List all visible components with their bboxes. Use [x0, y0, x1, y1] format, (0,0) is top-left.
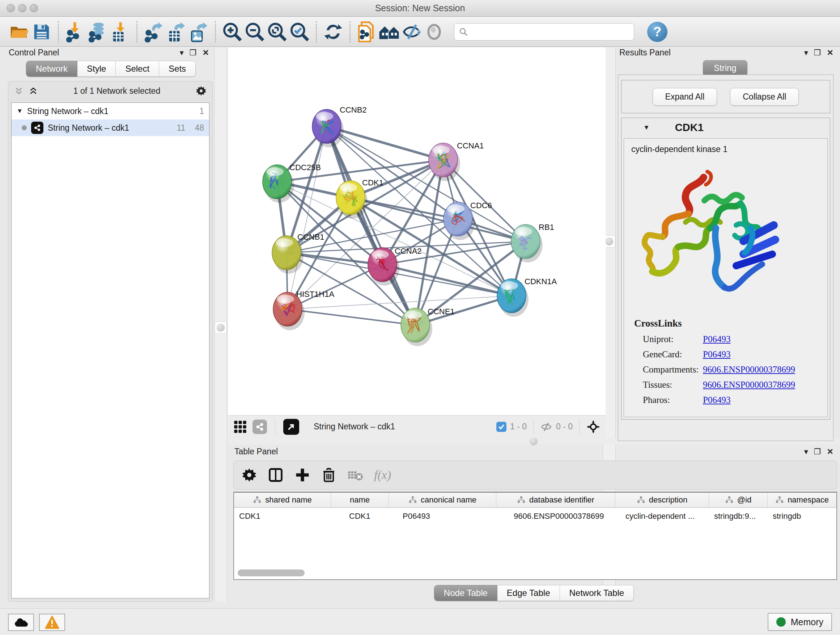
import-table-file-button[interactable]	[109, 21, 131, 43]
tab-network-table[interactable]: Network Table	[560, 585, 634, 601]
tab-network[interactable]: Network	[26, 61, 77, 77]
open-session-button[interactable]	[8, 21, 30, 43]
panel-close-icon[interactable]: ✕	[202, 48, 209, 57]
svg-text:HIST1H1A: HIST1H1A	[296, 290, 334, 299]
network-collection-row[interactable]: ▼ String Network – cdk1 1	[11, 103, 209, 119]
panel-menu-icon[interactable]: ▾	[804, 447, 808, 456]
cell-description[interactable]: cyclin-dependent ...	[615, 508, 709, 524]
open-in-new-view-button[interactable]	[283, 419, 299, 435]
zoom-out-icon	[245, 22, 265, 42]
network-view-badge-icon[interactable]	[253, 420, 267, 434]
gear-icon[interactable]	[196, 86, 207, 96]
network-row-selected[interactable]: String Network – cdk1 11 48	[11, 119, 209, 136]
cell-shared-name[interactable]: CDK1	[234, 508, 331, 524]
search-icon	[459, 27, 468, 36]
crosslink-link[interactable]: P06493	[703, 349, 730, 359]
string-network-graph[interactable]: CCNB2CCNA1CDC25BCDK1CDC6RB1CCNB1CCNA2CDK…	[228, 48, 606, 415]
export-table-button[interactable]	[165, 21, 187, 43]
delete-column-icon[interactable]	[321, 467, 336, 483]
toolbar-separator	[349, 21, 351, 42]
import-network-from-database-button[interactable]	[87, 21, 109, 43]
main-toolbar: ?	[0, 17, 840, 47]
help-button[interactable]: ?	[647, 22, 668, 42]
cell-namespace[interactable]: stringdb	[767, 508, 836, 524]
clone-network-button[interactable]	[355, 21, 378, 43]
panel-float-icon[interactable]: ❐	[814, 48, 821, 57]
cloud-icon	[14, 617, 28, 628]
column-header-description[interactable]: description	[615, 493, 709, 507]
column-header-name[interactable]: name	[331, 493, 389, 507]
import-network-file-button[interactable]	[64, 21, 87, 43]
memory-button[interactable]: Memory	[767, 613, 832, 631]
column-header-id[interactable]: @id	[709, 493, 767, 507]
zoom-out-button[interactable]	[243, 21, 266, 43]
refresh-view-button[interactable]	[322, 21, 344, 43]
column-header-canonical-name[interactable]: canonical name	[389, 493, 496, 507]
close-window-button[interactable]	[6, 4, 15, 12]
network-view-title: String Network – cdk1	[314, 422, 491, 432]
crosslink-link[interactable]: 9606.ENSP00000378699	[703, 364, 795, 375]
column-type-icon	[517, 496, 526, 504]
crosslink-link[interactable]: 9606.ENSP00000378699	[703, 380, 795, 390]
search-box[interactable]	[454, 23, 634, 41]
zoom-fit-button[interactable]	[266, 21, 288, 43]
table-gear-icon[interactable]	[242, 467, 257, 483]
tab-style[interactable]: Style	[77, 61, 116, 77]
control-panel-tabs: Network Style Select Sets	[26, 61, 196, 77]
tab-string[interactable]: String	[703, 60, 747, 76]
cell-id[interactable]: stringdb:9...	[709, 508, 767, 524]
column-header-database-identifier[interactable]: database identifier	[496, 493, 615, 507]
horizontal-scrollbar-thumb[interactable]	[238, 570, 305, 576]
add-column-icon[interactable]	[294, 467, 310, 483]
cloud-sync-button[interactable]	[8, 614, 34, 631]
panel-menu-icon[interactable]: ▾	[180, 48, 184, 57]
hide-panel-button[interactable]	[401, 21, 423, 43]
table-row[interactable]: CDK1 CDK1 P06493 9606.ENSP00000378699 cy…	[234, 508, 836, 524]
export-network-button[interactable]	[142, 21, 165, 43]
tab-select[interactable]: Select	[116, 61, 159, 77]
tab-node-table[interactable]: Node Table	[434, 585, 497, 601]
column-header-shared-name[interactable]: shared name	[234, 493, 331, 507]
grid-view-icon[interactable]	[233, 420, 248, 434]
network-canvas[interactable]: CCNB2CCNA1CDC25BCDK1CDC6RB1CCNB1CCNA2CDK…	[228, 48, 606, 415]
collapse-all-icon[interactable]	[14, 86, 24, 96]
refresh-icon	[324, 22, 343, 42]
export-image-button[interactable]	[187, 21, 210, 43]
selected-checkbox-icon[interactable]	[496, 422, 507, 432]
minimize-window-button[interactable]	[18, 4, 27, 12]
panel-float-icon[interactable]: ❐	[814, 447, 821, 456]
zoom-selected-button[interactable]	[288, 21, 311, 43]
tab-sets[interactable]: Sets	[159, 61, 196, 77]
cell-database-identifier[interactable]: 9606.ENSP00000378699	[496, 508, 615, 524]
zoom-window-button[interactable]	[30, 4, 38, 12]
document-share-icon	[356, 21, 377, 42]
crosslink-link[interactable]: P06493	[703, 395, 730, 405]
panel-close-icon[interactable]: ✕	[827, 48, 834, 57]
column-selector-icon[interactable]	[268, 467, 284, 483]
expand-all-icon[interactable]	[28, 86, 38, 96]
panel-close-icon[interactable]: ✕	[827, 447, 834, 456]
entry-expanded-icon[interactable]: ▼	[643, 124, 650, 131]
cell-name[interactable]: CDK1	[331, 508, 389, 524]
expand-all-button[interactable]: Expand All	[653, 88, 717, 106]
save-session-button[interactable]	[30, 21, 53, 43]
left-splitter[interactable]	[214, 48, 227, 602]
panel-float-icon[interactable]: ❐	[189, 48, 197, 57]
tab-edge-table[interactable]: Edge Table	[497, 585, 560, 601]
cell-canonical-name[interactable]: P06493	[389, 508, 496, 524]
zoom-in-button[interactable]	[221, 21, 243, 43]
collapse-all-button[interactable]: Collapse All	[730, 88, 799, 106]
delete-table-icon	[347, 468, 363, 482]
node-table[interactable]: shared name name canonical name database…	[233, 492, 837, 580]
crosslink-link[interactable]: P06493	[703, 334, 730, 344]
tree-expanded-icon[interactable]: ▼	[17, 108, 23, 115]
svg-text:RB1: RB1	[538, 223, 554, 232]
search-input[interactable]	[471, 27, 630, 36]
left-splitter-handle[interactable]	[215, 321, 227, 334]
panel-menu-icon[interactable]: ▾	[804, 48, 808, 57]
birds-eye-view-icon[interactable]	[586, 420, 600, 434]
home-networks-button[interactable]	[378, 21, 401, 43]
show-panel-button[interactable]	[423, 21, 445, 43]
warnings-button[interactable]	[39, 614, 65, 631]
column-header-namespace[interactable]: namespace	[767, 493, 836, 507]
